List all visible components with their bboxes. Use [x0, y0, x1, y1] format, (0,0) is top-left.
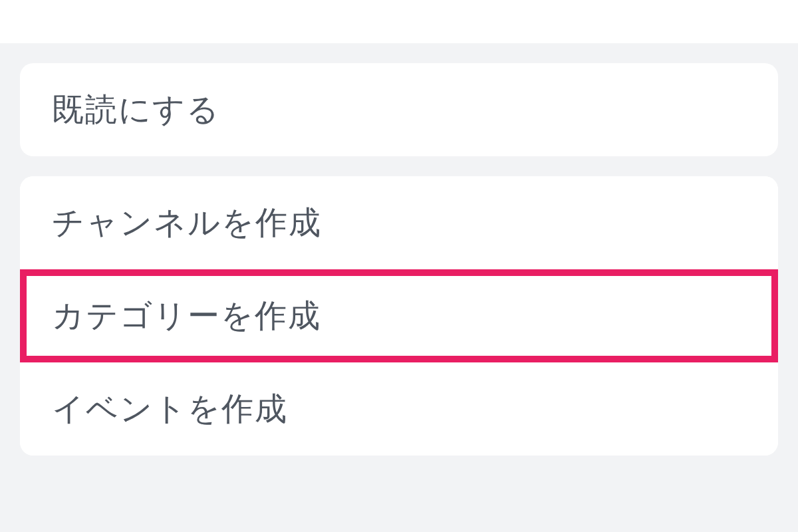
create-category-item[interactable]: カテゴリーを作成 — [20, 269, 778, 362]
menu-group-read: 既読にする — [20, 63, 778, 156]
top-spacer — [0, 0, 798, 43]
create-channel-item[interactable]: チャンネルを作成 — [20, 176, 778, 269]
context-menu: 既読にする チャンネルを作成 カテゴリーを作成 イベントを作成 — [0, 43, 798, 532]
menu-group-create: チャンネルを作成 カテゴリーを作成 イベントを作成 — [20, 176, 778, 456]
menu-item-label: 既読にする — [52, 92, 220, 127]
menu-item-label: イベントを作成 — [52, 391, 288, 426]
mark-as-read-item[interactable]: 既読にする — [20, 63, 778, 156]
menu-item-label: カテゴリーを作成 — [52, 298, 321, 333]
create-event-item[interactable]: イベントを作成 — [20, 362, 778, 456]
menu-item-label: チャンネルを作成 — [52, 205, 322, 240]
